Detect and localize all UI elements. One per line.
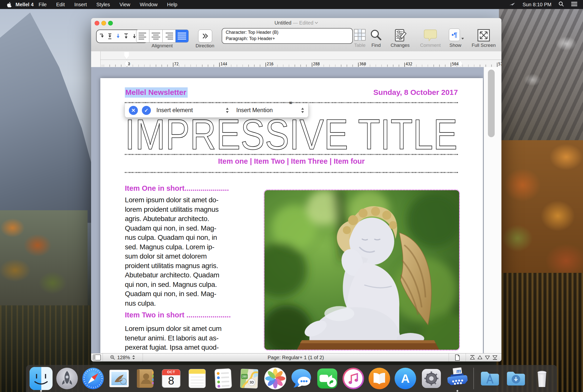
insert-text-break-icon[interactable] [123, 33, 129, 40]
page-indicator[interactable]: Page: Regular+ 1 (1 of 2) [143, 353, 449, 361]
dock-finder[interactable] [30, 367, 53, 390]
dock-contacts[interactable] [134, 367, 157, 390]
cancel-insert-button[interactable]: ✕ [129, 106, 138, 115]
newsletter-date[interactable]: Sunday, 8 October 2017 [373, 88, 458, 97]
full-screen-icon [477, 29, 490, 42]
menu-item[interactable]: Insert [74, 2, 87, 8]
calendar-day: 8 [160, 374, 183, 387]
main-title[interactable]: IMPRESSIVE TITLE [125, 115, 459, 153]
dock-facetime[interactable] [316, 367, 339, 390]
insert-element-dropdown[interactable]: Insert element [156, 107, 222, 114]
apple-menu-icon[interactable] [7, 2, 12, 7]
find-button[interactable]: Find [368, 29, 384, 48]
dock-launchpad[interactable] [56, 367, 79, 390]
menu-bar: Mellel 4 FileEditInsertStylesViewWindowH… [0, 0, 583, 9]
notification-center-icon[interactable] [571, 2, 577, 8]
calendar-month: OCT [160, 370, 183, 374]
dock-downloads-folder[interactable] [504, 367, 527, 390]
ruler-number: 57 [498, 62, 501, 66]
dock-system-preferences[interactable] [420, 367, 443, 390]
direction-button[interactable] [198, 30, 212, 43]
popup-handle-icon[interactable]: = [289, 100, 292, 106]
wallpaper-right-autumn-trees [499, 140, 583, 280]
menu-extra-icon[interactable] [509, 1, 515, 8]
paragraph-style: Paragraph: Top Header+ [226, 36, 352, 42]
show-label: Show [446, 43, 465, 48]
dock-itunes[interactable] [342, 367, 365, 390]
align-justify-button[interactable] [176, 30, 188, 42]
dock-mellel[interactable]: m [446, 367, 469, 390]
menu-item[interactable]: Window [140, 2, 157, 8]
changes-label: Changes [386, 43, 414, 48]
ruler[interactable]: 07214421628836043250457 [91, 51, 501, 67]
insert-section-break-icon[interactable] [107, 33, 113, 40]
dock-trash[interactable] [530, 367, 553, 390]
dock-maps[interactable]: 280 3D [238, 367, 261, 390]
running-indicator [457, 390, 458, 392]
align-center-button[interactable] [149, 30, 162, 42]
section2-heading[interactable]: Item Two in short ...................... [125, 311, 265, 319]
dock-ibooks[interactable] [368, 367, 391, 390]
page-thumbnail-button[interactable] [449, 353, 466, 361]
insert-column-break-icon[interactable] [115, 33, 121, 40]
menu-item[interactable]: File [39, 2, 47, 8]
dotted-separator [125, 154, 458, 155]
newsletter-title[interactable]: Mellel Newsletter [125, 88, 188, 97]
next-page-button[interactable] [484, 355, 490, 360]
section1-heading[interactable]: Item One in short...................... [125, 184, 265, 192]
table-grid-icon [354, 29, 366, 41]
section1-body[interactable]: Lorem ipsum dolor sit amet do- lorem pro… [125, 195, 232, 308]
angel-statue-image[interactable] [264, 189, 460, 350]
spotlight-search-icon[interactable] [558, 1, 564, 8]
app-menu-title[interactable]: Mellel 4 [16, 2, 34, 8]
first-line-indent-marker[interactable] [124, 52, 129, 59]
main-title-text: IMPRESSIVE TITLE [125, 115, 458, 153]
dock-reminders[interactable] [212, 367, 235, 390]
full-screen-button[interactable]: Full Screen [468, 29, 499, 48]
dock-applications-folder[interactable] [478, 367, 501, 390]
selected-text[interactable]: Mellel Newsletter [125, 87, 188, 98]
items-nav-row[interactable]: Item one | Item Two | Item Three | Item … [125, 157, 458, 165]
page-icon [455, 354, 460, 361]
ruler-number: 432 [406, 62, 412, 66]
element-stepper-icon[interactable] [226, 107, 229, 114]
insert-mention-dropdown[interactable]: Insert Mention [236, 107, 297, 114]
insert-page-break-icon[interactable] [98, 33, 105, 40]
zoom-control[interactable]: 128% [103, 353, 143, 361]
previous-page-button[interactable] [477, 355, 483, 360]
ruler-number: 360 [359, 62, 366, 66]
align-left-button[interactable] [136, 30, 149, 42]
dock-safari[interactable] [82, 367, 105, 390]
zoom-stepper-icon[interactable] [132, 355, 135, 360]
document-page[interactable]: Mellel Newsletter Sunday, 8 October 2017… [100, 78, 483, 353]
menu-clock[interactable]: Sun 8:10 PM [522, 2, 551, 8]
dock-photos[interactable] [264, 367, 287, 390]
align-right-button[interactable] [163, 30, 176, 42]
last-page-button[interactable] [492, 355, 498, 360]
vertical-scrollbar[interactable] [484, 67, 501, 353]
menu-item[interactable]: Help [167, 2, 177, 8]
section2-body[interactable]: Lorem ipsum dolor sit amet cum tenetur a… [125, 324, 232, 352]
comment-bubble-icon [423, 29, 437, 42]
menu-item[interactable]: Styles [96, 2, 110, 8]
dock-mail[interactable] [108, 367, 131, 390]
show-button[interactable]: •¶ Show [448, 29, 465, 48]
menu-item[interactable]: View [119, 2, 130, 8]
style-status-box[interactable]: Character: Top Header (B) Paragraph: Top… [222, 28, 353, 44]
dock-messages[interactable] [290, 367, 313, 390]
confirm-insert-button[interactable]: ✓ [142, 106, 151, 115]
title-chevron-icon[interactable] [315, 22, 318, 24]
menu-item[interactable]: Edit [56, 2, 65, 8]
dock-app-store[interactable]: A [394, 367, 417, 390]
changes-button[interactable]: Changes [386, 29, 414, 48]
comment-button[interactable]: Comment [416, 29, 444, 48]
wallpaper-right-cliff [499, 0, 583, 145]
mention-stepper-icon[interactable] [301, 107, 304, 114]
running-indicator [40, 390, 42, 392]
scrollbar-thumb[interactable] [488, 70, 495, 137]
table-button[interactable]: Table [350, 29, 370, 48]
dock-notes[interactable] [186, 367, 209, 390]
dock-calendar[interactable]: OCT 8 [160, 367, 183, 390]
first-page-button[interactable] [469, 355, 475, 360]
sidebar-toggle-button[interactable] [91, 353, 103, 361]
